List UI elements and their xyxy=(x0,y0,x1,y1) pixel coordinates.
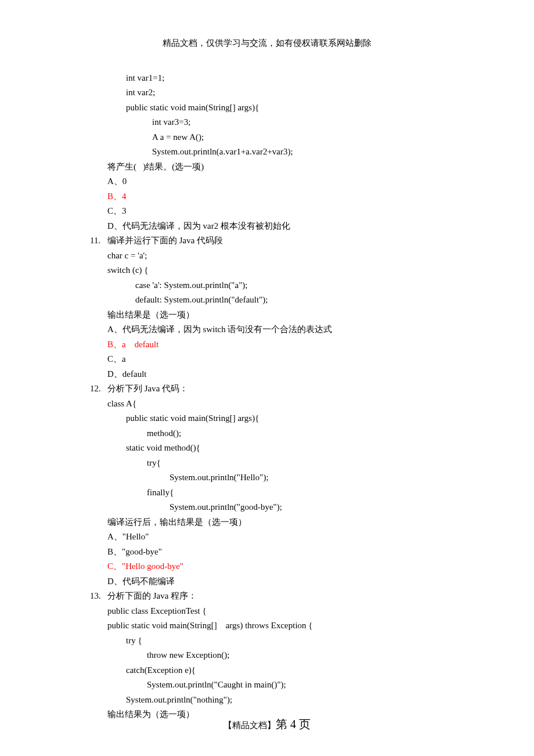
code-line: int var2; xyxy=(90,85,534,100)
code-line: throw new Exception(); xyxy=(90,648,534,663)
question-prompt: 编译运行后，输出结果是（选一项） xyxy=(90,515,534,530)
code-line: finally{ xyxy=(90,485,534,501)
option-a: A、代码无法编译，因为 switch 语句没有一个合法的表达式 xyxy=(90,322,534,337)
document-header: 精品文档，仅供学习与交流，如有侵权请联系网站删除 xyxy=(0,0,534,51)
question-number: 13. xyxy=(90,589,107,604)
option-a: A、0 xyxy=(90,174,534,189)
document-footer: 【精品文档】第 4 页 xyxy=(0,714,534,734)
option-c: C、3 xyxy=(90,204,534,219)
question-prompt: 将产生( )结果。(选一项) xyxy=(90,160,534,175)
option-c-answer: C、"Hello good-bye" xyxy=(90,559,534,574)
option-b-answer: B、4 xyxy=(90,189,534,204)
question-title: 分析下面的 Java 程序： xyxy=(107,591,197,600)
code-line: default: System.out.println("default"); xyxy=(90,293,534,308)
option-d: D、default xyxy=(90,367,534,382)
option-a: A、"Hello" xyxy=(90,530,534,545)
question-title: 分析下列 Java 代码： xyxy=(107,384,188,393)
question-title: 编译并运行下面的 Java 代码段 xyxy=(107,236,223,245)
code-line: System.out.println("Caught in main()"); xyxy=(90,678,534,693)
code-line: public static void main(String[] args) t… xyxy=(90,618,534,633)
question-prompt: 输出结果是（选一项） xyxy=(90,308,534,323)
code-line: System.out.println("nothing"); xyxy=(90,693,534,708)
code-line: public static void main(String[] args){ xyxy=(90,411,534,426)
option-b-answer: B、a default xyxy=(90,337,534,352)
code-line: int var3=3; xyxy=(90,115,534,130)
document-content: int var1=1; int var2; public static void… xyxy=(0,51,534,722)
question-13: 13.分析下面的 Java 程序： xyxy=(90,589,534,604)
code-line: System.out.println("good-bye"); xyxy=(90,500,534,515)
code-line: char c = 'a'; xyxy=(90,249,534,264)
code-line: class A{ xyxy=(90,397,534,412)
option-d: D、代码无法编译，因为 var2 根本没有被初始化 xyxy=(90,219,534,234)
option-d: D、代码不能编译 xyxy=(90,574,534,589)
option-b: B、"good-bye" xyxy=(90,545,534,560)
code-line: method(); xyxy=(90,426,534,441)
code-line: public class ExceptionTest { xyxy=(90,604,534,619)
code-line: catch(Exception e){ xyxy=(90,663,534,678)
question-number: 11. xyxy=(90,233,107,249)
question-12: 12.分析下列 Java 代码： xyxy=(90,381,534,397)
code-line: System.out.println(a.var1+a.var2+var3); xyxy=(90,145,534,160)
option-c: C、a xyxy=(90,352,534,367)
code-line: public static void main(String[] args){ xyxy=(90,100,534,116)
code-line: static void method(){ xyxy=(90,441,534,456)
code-line: case 'a': System.out.println("a"); xyxy=(90,278,534,293)
code-line: try{ xyxy=(90,456,534,471)
footer-label: 【精品文档】 xyxy=(223,721,276,730)
code-line: A a = new A(); xyxy=(90,130,534,145)
question-number: 12. xyxy=(90,381,107,397)
code-line: int var1=1; xyxy=(90,71,534,86)
page-number: 第 4 页 xyxy=(276,718,311,730)
code-line: try { xyxy=(90,633,534,649)
question-11: 11.编译并运行下面的 Java 代码段 xyxy=(90,233,534,249)
code-line: System.out.println("Hello"); xyxy=(90,470,534,485)
code-line: switch (c) { xyxy=(90,263,534,278)
